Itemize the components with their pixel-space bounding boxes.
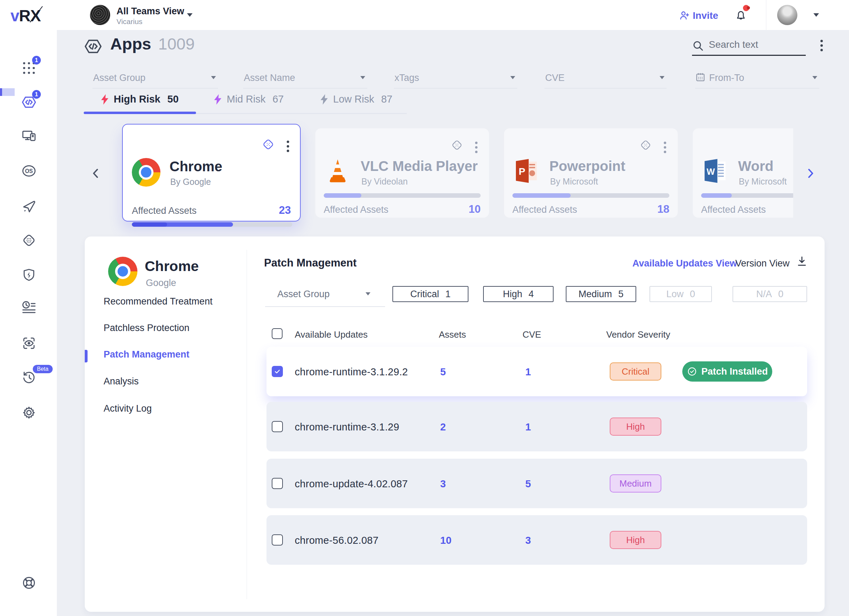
- asset-group-underline: [265, 306, 385, 307]
- vlc-logo: [324, 157, 352, 185]
- card-kebab-menu[interactable]: [664, 140, 666, 155]
- app-card-word[interactable]: W Word By Microsoft Affected Assets: [693, 128, 793, 218]
- menu-recommended-treatment[interactable]: Recommended Treatment: [104, 296, 212, 307]
- menu-activity-log[interactable]: Activity Log: [104, 403, 152, 414]
- card-progress: [132, 222, 292, 227]
- menu-analysis[interactable]: Analysis: [104, 376, 139, 387]
- bolt-icon: [320, 94, 328, 105]
- active-indicator-light: [2, 88, 15, 96]
- team-selector-title[interactable]: All Teams View: [116, 6, 184, 17]
- app-card-chrome[interactable]: Chrome By Google Affected Assets 23: [122, 124, 301, 222]
- menu-patchless-protection[interactable]: Patchless Protection: [104, 323, 189, 333]
- sidebar-item-patch[interactable]: [21, 233, 37, 248]
- menu-active-indicator: [85, 350, 88, 362]
- header-kebab-menu[interactable]: [821, 38, 823, 54]
- panel-divider: [247, 250, 247, 599]
- severity-filter-na[interactable]: N/A0: [733, 286, 807, 302]
- card-progress: [324, 193, 481, 198]
- row-checkbox[interactable]: [272, 421, 283, 432]
- severity-filter-low[interactable]: Low0: [649, 286, 712, 302]
- panel-title: Patch Mnagement: [264, 257, 356, 269]
- sidebar-item-settings[interactable]: [21, 405, 37, 420]
- app-card-vlc[interactable]: VLC Media Player By Videolan Affected As…: [315, 128, 489, 218]
- search-input[interactable]: [709, 39, 803, 50]
- filter-caret-icon: [812, 76, 817, 79]
- table-row[interactable]: chrome-56.02.087 10 3 High: [267, 515, 807, 565]
- card-app-name: VLC Media Player: [360, 158, 478, 174]
- download-icon[interactable]: [796, 255, 808, 267]
- sidebar-item-os[interactable]: OS: [21, 163, 37, 179]
- page-title-count: 1009: [158, 34, 195, 54]
- tab-low-risk[interactable]: Low Risk 87: [320, 94, 392, 105]
- column-header-cve: CVE: [523, 329, 541, 340]
- row-checkbox[interactable]: [272, 366, 283, 377]
- user-menu-caret-icon[interactable]: [813, 13, 819, 17]
- detail-panel: Chrome Google Recommended Treatment Patc…: [85, 237, 825, 612]
- user-avatar[interactable]: [777, 5, 797, 25]
- top-bar: All Teams View Vicarius Invite: [0, 0, 849, 30]
- patch-diamond-icon[interactable]: [639, 139, 652, 152]
- card-app-name: Word: [738, 158, 773, 174]
- severity-filter-high[interactable]: High4: [483, 286, 554, 302]
- card-app-vendor: By Google: [170, 177, 211, 187]
- filter-caret-icon: [510, 76, 515, 79]
- tab-active-underline: [84, 112, 196, 114]
- version-view-link[interactable]: Version View: [735, 258, 790, 269]
- filter-xtags[interactable]: xTags: [394, 68, 517, 89]
- sidebar-item-deploy[interactable]: [21, 198, 37, 213]
- calendar-icon: [695, 72, 706, 82]
- filter-from-to[interactable]: From-To: [695, 68, 819, 89]
- apps-page-icon: [83, 36, 103, 57]
- team-avatar[interactable]: [90, 5, 110, 25]
- affected-assets-label: Affected Assets: [512, 204, 577, 215]
- affected-assets-value: 10: [469, 203, 481, 216]
- affected-assets-label: Affected Assets: [701, 204, 766, 215]
- powerpoint-logo: P: [512, 157, 540, 185]
- invite-person-icon: [679, 10, 690, 21]
- sidebar-item-scan[interactable]: [21, 336, 37, 351]
- sidebar-item-protection[interactable]: [21, 267, 37, 283]
- apps-badge: 1: [32, 90, 41, 99]
- table-row[interactable]: chrome-runtime-3.1.29 2 1 High: [267, 402, 807, 451]
- table-row[interactable]: chrome-runtime-3.1.29.2 5 1 Critical Pat…: [267, 347, 807, 396]
- card-progress: [701, 193, 793, 198]
- severity-filter-critical[interactable]: Critical1: [392, 286, 468, 302]
- severity-badge: High: [610, 531, 661, 549]
- affected-assets-value: 18: [657, 203, 669, 216]
- sidebar-item-activity[interactable]: [21, 300, 37, 317]
- affected-assets-label: Affected Assets: [132, 205, 197, 216]
- card-kebab-menu[interactable]: [287, 138, 289, 154]
- select-all-checkbox[interactable]: [272, 328, 283, 339]
- filter-asset-group[interactable]: Asset Group: [92, 68, 218, 89]
- card-kebab-menu[interactable]: [475, 140, 478, 155]
- search-box[interactable]: [692, 36, 806, 56]
- severity-badge: High: [610, 418, 661, 436]
- carousel-prev-button[interactable]: [89, 167, 103, 180]
- tab-high-risk[interactable]: High Risk 50: [101, 94, 179, 105]
- table-row[interactable]: chrome-update-4.02.087 3 5 Medium: [267, 459, 807, 508]
- carousel-next-button[interactable]: [804, 167, 817, 180]
- patch-installed-status: Patch Installed: [682, 362, 772, 382]
- help-lifebuoy-icon[interactable]: [21, 575, 37, 591]
- team-caret-icon[interactable]: [187, 13, 192, 17]
- sidebar-item-assets[interactable]: [21, 128, 37, 144]
- patch-diamond-icon[interactable]: [262, 138, 275, 151]
- row-checkbox[interactable]: [272, 534, 283, 546]
- row-checkbox[interactable]: [272, 478, 283, 489]
- menu-patch-management[interactable]: Patch Management: [104, 349, 189, 360]
- card-app-vendor: By Videolan: [361, 177, 408, 187]
- filter-cve[interactable]: CVE: [545, 68, 667, 89]
- severity-filter-medium[interactable]: Medium5: [566, 286, 636, 302]
- filter-asset-name[interactable]: Asset Name: [243, 68, 367, 89]
- severity-badge: Critical: [610, 362, 661, 381]
- beta-badge: Beta: [33, 365, 53, 373]
- asset-group-select[interactable]: Asset Group: [277, 289, 330, 300]
- app-card-powerpoint[interactable]: P Powerpoint By Microsoft Affected Asset…: [504, 128, 678, 218]
- patch-diamond-icon[interactable]: [451, 139, 463, 152]
- sidebar: vRX 1 1 OS: [0, 0, 57, 616]
- invite-button[interactable]: Invite: [693, 10, 718, 21]
- available-updates-view-link[interactable]: Available Updates View: [632, 258, 737, 269]
- tab-mid-risk[interactable]: Mid Risk 67: [214, 94, 284, 105]
- detail-app-name: Chrome: [145, 258, 199, 275]
- check-icon: [274, 368, 281, 375]
